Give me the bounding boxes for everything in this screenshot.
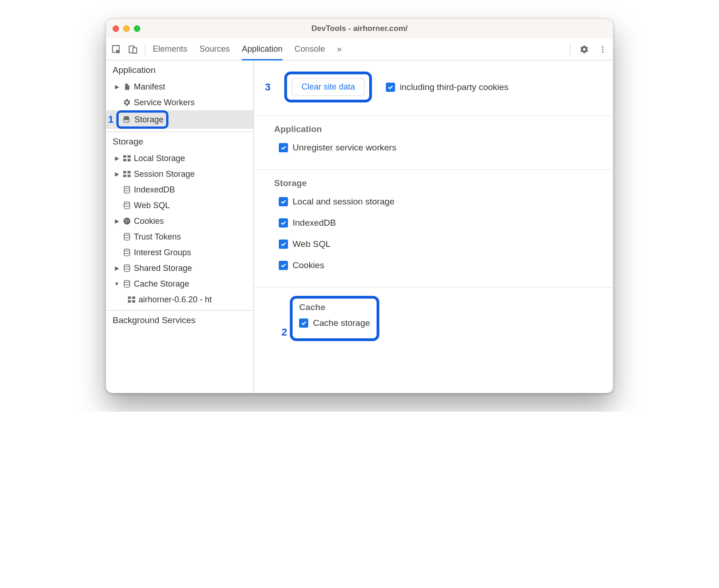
checkbox-label: including third-party cookies xyxy=(400,82,509,92)
sidebar-item-label: IndexedDB xyxy=(134,185,175,195)
option-websql[interactable]: Web SQL xyxy=(274,236,604,252)
svg-rect-25 xyxy=(128,296,131,299)
sidebar-group-title: Storage xyxy=(106,132,253,150)
svg-point-16 xyxy=(124,202,130,204)
tab-elements[interactable]: Elements xyxy=(153,38,187,60)
database-icon xyxy=(122,201,132,210)
checkbox-checked-icon[interactable] xyxy=(279,197,288,206)
panel-tabs: Elements Sources Application Console » xyxy=(153,38,342,60)
third-party-cookies-option[interactable]: including third-party cookies xyxy=(386,79,509,95)
svg-rect-26 xyxy=(132,296,135,299)
svg-point-5 xyxy=(602,51,604,52)
sidebar-item-label: Local Storage xyxy=(134,154,185,163)
svg-point-17 xyxy=(124,218,131,225)
database-icon xyxy=(122,186,132,194)
checkbox-checked-icon[interactable] xyxy=(279,240,288,249)
more-tabs-icon[interactable]: » xyxy=(337,38,342,60)
tab-application[interactable]: Application xyxy=(242,38,282,60)
sidebar-item-trust-tokens[interactable]: ▶ Trust Tokens xyxy=(106,229,253,245)
checkbox-checked-icon[interactable] xyxy=(279,143,288,152)
database-icon xyxy=(121,115,132,124)
clear-site-data-row: 3 Clear site data including third-party … xyxy=(254,60,613,116)
sidebar-item-storage[interactable]: 1 Storage xyxy=(106,110,253,129)
sidebar-item-websql[interactable]: ▶ Web SQL xyxy=(106,198,253,213)
annotation-number: 3 xyxy=(265,81,270,93)
sidebar-item-interest-groups[interactable]: ▶ Interest Groups xyxy=(106,245,253,260)
panel-content: Application ▶ Manifest ▶ Service Workers xyxy=(106,60,613,393)
collapse-arrow-icon: ▼ xyxy=(114,281,120,287)
gear-icon xyxy=(122,98,132,107)
annotation-box: Cache Cache storage xyxy=(290,296,379,341)
sidebar-item-label: Trust Tokens xyxy=(134,232,181,242)
sidebar-item-label: Shared Storage xyxy=(134,264,192,273)
sidebar-item-cache-storage[interactable]: ▼ Cache Storage xyxy=(106,276,253,292)
settings-icon[interactable] xyxy=(576,41,593,58)
option-cache-storage[interactable]: Cache storage xyxy=(299,318,370,328)
checkbox-checked-icon[interactable] xyxy=(279,261,288,270)
expand-arrow-icon: ▶ xyxy=(114,171,120,177)
option-unregister-sw[interactable]: Unregister service workers xyxy=(274,140,604,156)
sidebar-item-label: airhorner-0.6.20 - ht xyxy=(138,295,212,305)
option-cookies[interactable]: Cookies xyxy=(274,258,604,273)
tab-console[interactable]: Console xyxy=(294,38,325,60)
database-icon xyxy=(122,248,132,257)
sidebar-item-label: Service Workers xyxy=(134,98,195,108)
checkbox-label: Cookies xyxy=(293,260,324,270)
sidebar-item-shared-storage[interactable]: ▶ Shared Storage xyxy=(106,260,253,276)
svg-point-18 xyxy=(126,220,126,221)
checkbox-checked-icon[interactable] xyxy=(279,218,288,228)
svg-point-20 xyxy=(126,222,126,222)
option-indexeddb[interactable]: IndexedDB xyxy=(274,215,604,231)
devtools-window: DevTools - airhorner.com/ Elements Sourc… xyxy=(106,18,613,393)
device-toolbar-icon[interactable] xyxy=(125,41,141,58)
checkbox-label: Local and session storage xyxy=(293,197,395,207)
sidebar-item-indexeddb[interactable]: ▶ IndexedDB xyxy=(106,182,253,198)
annotation-number: 2 xyxy=(282,326,287,338)
checkbox-checked-icon[interactable] xyxy=(386,83,395,92)
sidebar-item-cookies[interactable]: ▶ Cookies xyxy=(106,213,253,229)
checkbox-label: Web SQL xyxy=(293,239,330,249)
checkbox-checked-icon[interactable] xyxy=(299,318,308,328)
application-sidebar: Application ▶ Manifest ▶ Service Workers xyxy=(106,60,254,393)
database-icon xyxy=(122,233,132,241)
kebab-menu-icon[interactable] xyxy=(594,41,611,58)
tab-sources[interactable]: Sources xyxy=(199,38,230,60)
sidebar-group-application: Application ▶ Manifest ▶ Service Workers xyxy=(106,60,253,132)
expand-arrow-icon: ▶ xyxy=(114,84,120,90)
section-heading: Cache xyxy=(299,302,370,312)
svg-rect-11 xyxy=(123,171,126,173)
inspect-element-icon[interactable] xyxy=(108,41,125,58)
section-heading: Storage xyxy=(274,178,604,188)
sidebar-item-label: Interest Groups xyxy=(134,248,191,258)
svg-rect-27 xyxy=(128,300,131,302)
section-application: Application Unregister service workers xyxy=(254,116,613,170)
sidebar-item-local-storage[interactable]: ▶ Local Storage xyxy=(106,150,253,166)
section-storage: Storage Local and session storage Indexe… xyxy=(254,170,613,288)
sidebar-item-service-workers[interactable]: ▶ Service Workers xyxy=(106,95,253,110)
svg-rect-28 xyxy=(132,300,135,302)
expand-arrow-icon: ▶ xyxy=(114,265,120,271)
grid-icon xyxy=(126,296,137,303)
sidebar-item-manifest[interactable]: ▶ Manifest xyxy=(106,79,253,95)
database-icon xyxy=(122,280,132,288)
option-local-session-storage[interactable]: Local and session storage xyxy=(274,194,604,210)
sidebar-item-session-storage[interactable]: ▶ Session Storage xyxy=(106,166,253,182)
svg-point-19 xyxy=(127,220,128,221)
svg-rect-7 xyxy=(123,155,126,157)
grid-icon xyxy=(122,155,132,162)
window-title: DevTools - airhorner.com/ xyxy=(106,24,613,33)
sidebar-item-label: Manifest xyxy=(134,82,165,92)
window-titlebar: DevTools - airhorner.com/ xyxy=(106,19,613,38)
svg-rect-8 xyxy=(127,155,131,157)
storage-panel: 3 Clear site data including third-party … xyxy=(254,60,613,393)
grid-icon xyxy=(122,171,132,177)
clear-site-data-button[interactable]: Clear site data xyxy=(292,78,365,96)
svg-point-24 xyxy=(124,281,130,283)
svg-point-15 xyxy=(124,186,130,189)
sidebar-item-label: Storage xyxy=(134,115,163,125)
svg-rect-12 xyxy=(127,171,131,173)
sidebar-item-cache-entry[interactable]: airhorner-0.6.20 - ht xyxy=(106,292,253,307)
section-cache: 2 Cache Cache storage xyxy=(254,288,613,349)
devtools-toolbar: Elements Sources Application Console » xyxy=(106,38,613,60)
annotation-box: Clear site data xyxy=(284,72,372,102)
